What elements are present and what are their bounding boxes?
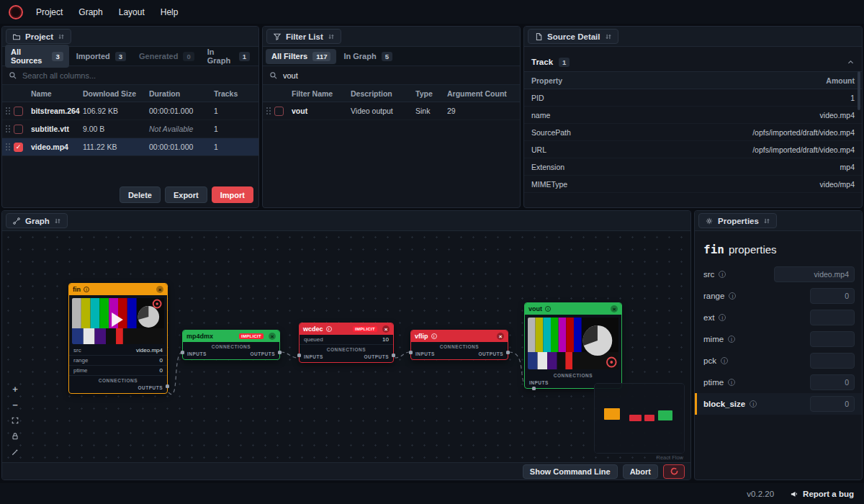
abort-button[interactable]: Abort — [623, 464, 658, 479]
property-row-sourcepath[interactable]: SourcePath /opfs/imported/draft/video.mp… — [524, 124, 862, 141]
input-port[interactable] — [297, 354, 301, 357]
row-checkbox[interactable] — [14, 107, 23, 116]
block-size-input[interactable]: 0 — [810, 396, 855, 412]
info-icon[interactable] — [431, 333, 437, 339]
zoom-in-button[interactable]: + — [9, 383, 21, 395]
report-bug-link[interactable]: Report a bug — [790, 490, 854, 498]
table-row-vout[interactable]: vout Video output Sink 29 — [263, 102, 520, 120]
input-port[interactable] — [532, 387, 536, 390]
graph-node-vflip[interactable]: vflip CONNECTIONS INPUTS OUTPUTS — [410, 330, 508, 360]
info-icon[interactable] — [719, 271, 726, 278]
output-port[interactable] — [278, 351, 282, 354]
graph-title-chip[interactable]: Graph — [6, 213, 68, 228]
row-checkbox-checked[interactable] — [14, 143, 23, 152]
video-thumbnail[interactable] — [72, 298, 164, 344]
property-row-pid[interactable]: PID 1 — [524, 89, 862, 107]
table-row-video[interactable]: video.mp4 111.22 KB 00:00:01.000 1 — [2, 138, 258, 156]
show-command-line-button[interactable]: Show Command Line — [523, 464, 618, 479]
info-icon[interactable] — [728, 336, 735, 343]
range-input[interactable]: 0 — [810, 288, 855, 304]
sort-icon[interactable] — [763, 217, 770, 225]
info-icon[interactable] — [719, 314, 726, 321]
drag-handle-icon[interactable] — [2, 107, 14, 115]
tab-in-graph[interactable]: In Graph 1 — [202, 45, 256, 68]
input-port[interactable] — [181, 351, 184, 354]
sort-icon[interactable] — [58, 33, 65, 40]
row-checkbox[interactable] — [14, 125, 23, 134]
node-header[interactable]: wcdec IMPLICIT — [300, 323, 393, 335]
drag-handle-icon[interactable] — [2, 125, 14, 133]
tab-generated[interactable]: Generated 0 — [133, 49, 200, 64]
lock-button[interactable] — [9, 431, 21, 442]
menu-item-help[interactable]: Help — [161, 7, 179, 17]
close-icon[interactable] — [611, 305, 618, 312]
drag-handle-icon[interactable] — [2, 143, 14, 151]
table-row-subtitle[interactable]: subtitle.vtt 9.00 B Not Available 1 — [2, 120, 258, 138]
export-button[interactable]: Export — [165, 186, 207, 203]
project-title-chip[interactable]: Project — [6, 29, 71, 44]
properties-title-chip[interactable]: Properties — [698, 213, 777, 228]
tab-all-filters[interactable]: All Filters 117 — [266, 49, 336, 64]
info-icon[interactable] — [750, 400, 757, 408]
info-icon[interactable] — [84, 287, 89, 292]
app-logo[interactable] — [9, 5, 23, 19]
info-icon[interactable] — [729, 292, 736, 300]
project-search-input[interactable] — [22, 71, 252, 80]
table-row-bitstream[interactable]: bitstream.264 106.92 KB 00:00:01.000 1 — [2, 102, 258, 120]
node-header[interactable]: fin — [69, 284, 167, 295]
fit-view-button[interactable] — [9, 415, 21, 426]
menu-item-project[interactable]: Project — [36, 7, 63, 17]
node-header[interactable]: mp4dmx IMPLICIT — [183, 330, 279, 342]
property-row-extension[interactable]: Extension mp4 — [524, 158, 862, 176]
auto-layout-wand-button[interactable] — [9, 446, 21, 458]
chevron-up-icon[interactable] — [847, 58, 855, 66]
sort-icon[interactable] — [328, 33, 335, 40]
info-icon[interactable] — [721, 357, 728, 364]
reactflow-attribution[interactable]: React Flow — [656, 454, 683, 461]
pck-input[interactable] — [810, 353, 855, 369]
close-icon[interactable] — [382, 325, 390, 333]
graph-node-fin[interactable]: fin srcvideo.mp4 range0 — [68, 283, 168, 394]
graph-node-mp4dmx[interactable]: mp4dmx IMPLICIT CONNECTIONS INPUTS OUTPU… — [182, 330, 280, 360]
source-title-chip[interactable]: Source Detail — [528, 29, 618, 44]
delete-button[interactable]: Delete — [120, 186, 161, 203]
node-header[interactable]: vflip — [411, 330, 508, 342]
node-header[interactable]: vout — [525, 303, 621, 315]
row-checkbox[interactable] — [274, 107, 284, 116]
tab-imported[interactable]: Imported 3 — [71, 49, 132, 64]
ext-input[interactable] — [810, 310, 855, 325]
drag-handle-icon[interactable] — [263, 107, 274, 115]
src-input[interactable]: video.mp4 — [774, 266, 855, 282]
filter-title-chip[interactable]: Filter List — [266, 29, 341, 44]
menu-item-graph[interactable]: Graph — [78, 7, 102, 17]
close-icon[interactable] — [269, 333, 276, 340]
video-thumbnail[interactable] — [528, 318, 618, 369]
filter-search-input[interactable] — [283, 71, 513, 80]
input-port[interactable] — [409, 351, 413, 354]
info-icon[interactable] — [728, 379, 735, 386]
output-port[interactable] — [392, 354, 395, 357]
close-icon[interactable] — [497, 333, 504, 340]
import-button[interactable]: Import — [212, 186, 253, 203]
mime-input[interactable] — [810, 331, 855, 347]
progress-spinner-button[interactable] — [663, 464, 685, 479]
graph-minimap[interactable] — [595, 384, 684, 453]
tab-all-sources[interactable]: All Sources 3 — [5, 45, 69, 68]
property-row-mimetype[interactable]: MIMEType video/mp4 — [524, 176, 862, 193]
zoom-out-button[interactable]: − — [9, 399, 21, 410]
ptime-input[interactable]: 0 — [810, 374, 855, 390]
track-header[interactable]: Track 1 — [524, 53, 862, 71]
output-port[interactable] — [166, 384, 169, 388]
close-icon[interactable] — [156, 286, 163, 293]
info-icon[interactable] — [545, 306, 551, 312]
sort-icon[interactable] — [54, 217, 61, 225]
property-row-url[interactable]: URL /opfs/imported/draft/video.mp4 — [524, 141, 862, 158]
graph-node-wcdec[interactable]: wcdec IMPLICIT queued10 CONNECTIONS INPU… — [299, 323, 394, 363]
tab-in-graph-filters[interactable]: In Graph 5 — [338, 49, 398, 64]
property-row-name[interactable]: name video.mp4 — [524, 107, 862, 124]
sort-icon[interactable] — [605, 33, 612, 40]
output-port[interactable] — [506, 351, 510, 354]
graph-node-vout[interactable]: vout CONNECTIONS INPUTS — [524, 302, 622, 389]
menu-item-layout[interactable]: Layout — [119, 7, 145, 17]
info-icon[interactable] — [326, 326, 332, 332]
